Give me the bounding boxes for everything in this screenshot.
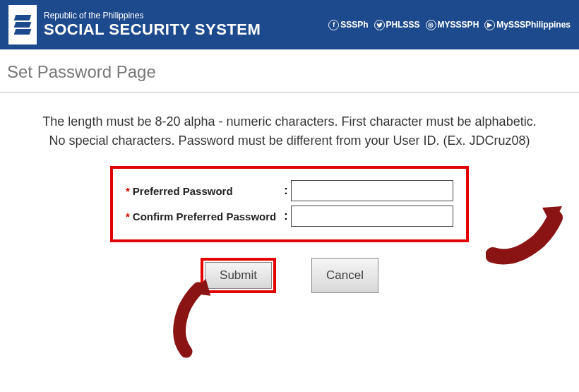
instruction-line-1: The length must be 8-20 alpha - numeric …: [42, 114, 536, 129]
header-title: SOCIAL SECURITY SYSTEM: [44, 21, 328, 38]
page-title: Set Password Page: [7, 62, 572, 82]
confirm-password-row: *Confirm Preferred Password :: [126, 206, 453, 227]
social-label: SSSPh: [340, 20, 368, 30]
social-twitter[interactable]: PHLSSS: [374, 20, 420, 30]
social-label: MySSSPhilippines: [496, 20, 571, 30]
instruction-text: The length must be 8-20 alpha - numeric …: [14, 112, 565, 150]
social-youtube[interactable]: ▶ MySSSPhilippines: [484, 20, 571, 30]
preferred-password-label: *Preferred Password: [126, 185, 281, 197]
preferred-password-input[interactable]: [291, 180, 453, 201]
preferred-password-row: *Preferred Password :: [126, 180, 453, 201]
cancel-button[interactable]: Cancel: [311, 258, 378, 293]
content-area: The length must be 8-20 alpha - numeric …: [0, 93, 579, 293]
facebook-icon: f: [328, 20, 339, 30]
header-subtitle: Republic of the Philippines: [44, 11, 328, 20]
youtube-icon: ▶: [484, 20, 495, 30]
sss-logo: [8, 5, 37, 44]
required-asterisk: *: [126, 210, 130, 222]
social-facebook[interactable]: f SSSPh: [328, 20, 368, 30]
colon: :: [281, 210, 291, 222]
header-title-stack: Republic of the Philippines SOCIAL SECUR…: [44, 11, 328, 37]
social-links: f SSSPh PHLSSS ◎ MYSSSPH ▶ MySSSPhilippi…: [328, 20, 571, 30]
colon: :: [281, 184, 291, 197]
password-form-highlight: *Preferred Password : *Confirm Preferred…: [110, 166, 469, 242]
confirm-password-label: *Confirm Preferred Password: [126, 210, 281, 222]
required-asterisk: *: [126, 185, 130, 197]
social-label: PHLSSS: [386, 20, 420, 30]
button-row: Submit Cancel: [14, 258, 565, 293]
confirm-password-input[interactable]: [291, 206, 453, 227]
submit-button[interactable]: Submit: [205, 262, 272, 289]
instruction-line-2: No special characters. Password must be …: [49, 133, 530, 148]
instagram-icon: ◎: [426, 20, 436, 30]
header-bar: Republic of the Philippines SOCIAL SECUR…: [0, 0, 579, 49]
page-title-area: Set Password Page: [0, 49, 579, 92]
social-label: MYSSSPH: [438, 20, 479, 30]
arrow-right-annotation: [486, 202, 563, 266]
social-instagram[interactable]: ◎ MYSSSPH: [426, 20, 479, 30]
twitter-icon: [374, 20, 385, 30]
